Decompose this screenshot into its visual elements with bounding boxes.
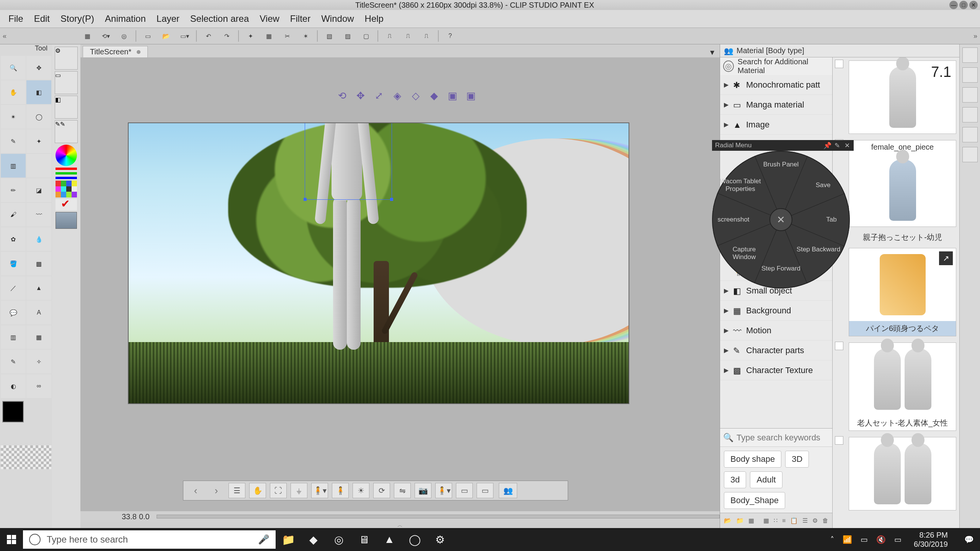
new-file-icon[interactable]: ▭: [139, 29, 156, 43]
canvas-viewport[interactable]: ⟲ ✥ ⤢ ◈ ◇ ◆ ▣ ▣: [80, 57, 720, 511]
radial-pin-icon[interactable]: 📌: [824, 142, 831, 149]
link-tool[interactable]: ∞: [26, 374, 51, 398]
dock-subview-icon[interactable]: [962, 67, 978, 83]
pose-rotate-x-icon[interactable]: ◈: [390, 88, 405, 103]
taskbar-app-settings[interactable]: ⚙: [427, 528, 452, 551]
tray-volume-icon[interactable]: 🔇: [876, 535, 886, 544]
obj-ground-icon[interactable]: ⏚: [291, 483, 307, 498]
obj-fit-icon[interactable]: ⛶: [270, 483, 287, 498]
radial-seg-capture-window[interactable]: Capture Window: [721, 246, 767, 261]
obj-camera-icon[interactable]: 📷: [415, 483, 431, 498]
start-button[interactable]: [0, 528, 23, 551]
material-panel-tab[interactable]: 👥 Material [Body type]: [720, 44, 959, 57]
minimize-button[interactable]: —: [949, 1, 958, 9]
search-additional-button[interactable]: ◎ Search for Additional Material: [720, 57, 832, 75]
action-center-icon[interactable]: 💬: [960, 531, 978, 548]
tree-item-motion[interactable]: ▶〰Motion: [720, 321, 832, 341]
grid-small-icon[interactable]: ∷: [774, 515, 777, 526]
microphone-icon[interactable]: 🎤: [258, 534, 270, 545]
trash-icon[interactable]: 🗑: [822, 515, 828, 526]
transform-icon[interactable]: ▨: [339, 29, 356, 43]
pose-move-icon[interactable]: ✥: [353, 88, 368, 103]
zoom-slider[interactable]: [157, 515, 720, 518]
taskbar-app-csp2[interactable]: ◎: [326, 528, 351, 551]
thumb-card-2[interactable]: female_one_piece: [849, 140, 956, 227]
obj-flip-icon[interactable]: ⇋: [394, 483, 411, 498]
obj-rotate-icon[interactable]: ⟳: [373, 483, 390, 498]
tile-toggle-icon[interactable]: ▦: [748, 515, 754, 526]
taskbar-app-explorer[interactable]: 📁: [276, 528, 301, 551]
obj-material1-icon[interactable]: ▭: [456, 483, 473, 498]
taskbar-app-monitor[interactable]: 🖥: [351, 528, 377, 551]
thumb-checkbox[interactable]: [835, 342, 843, 350]
pattern-tool[interactable]: ▦: [26, 325, 51, 349]
radial-seg-step-forward[interactable]: Step Forward: [758, 265, 804, 272]
menu-help[interactable]: Help: [359, 11, 389, 26]
close-button[interactable]: ✕: [969, 1, 978, 9]
snap-grid-icon[interactable]: ⎍: [418, 29, 435, 43]
properties-icon[interactable]: ☰: [802, 515, 808, 526]
airbrush-tool[interactable]: 〰: [26, 203, 51, 227]
crop-icon[interactable]: ▢: [358, 29, 374, 43]
subtool-brushes-icon[interactable]: ✎✎: [55, 120, 78, 143]
dust-tool[interactable]: ✧: [26, 350, 51, 373]
clip-studio-icon[interactable]: ▦: [79, 29, 96, 43]
menu-selection-area[interactable]: Selection area: [185, 11, 254, 26]
grid-large-icon[interactable]: ▦: [763, 515, 769, 526]
canvas[interactable]: [129, 123, 629, 403]
thumb-card-5[interactable]: 老人セット-老人素体_女性: [849, 342, 956, 431]
snap-perspective-icon[interactable]: ⎍: [400, 29, 416, 43]
redo-icon[interactable]: ↷: [218, 29, 235, 43]
radial-seg-screenshot[interactable]: screenshot: [710, 216, 756, 223]
dock-history-icon[interactable]: [962, 147, 978, 162]
foreground-color[interactable]: [2, 401, 24, 422]
lasso-tool[interactable]: ◯: [26, 105, 51, 129]
subtool-settings-icon[interactable]: ⚙: [55, 47, 78, 70]
tree-item-manga[interactable]: ▶▭Manga material: [720, 95, 832, 115]
thumb-card-6[interactable]: [849, 437, 956, 510]
taskbar-clock[interactable]: 8:26 PM 6/30/2019: [910, 530, 952, 549]
radial-close-center-icon[interactable]: ✕: [769, 208, 792, 231]
tree-item-image[interactable]: ▶▲Image: [720, 115, 832, 135]
taskbar-app-csp[interactable]: ◆: [301, 528, 326, 551]
hand-tool[interactable]: ✋: [1, 80, 26, 104]
radial-seg-tab[interactable]: Tab: [808, 216, 854, 223]
settings-gear-icon[interactable]: ⚙: [812, 515, 818, 526]
tag-body-shape[interactable]: Body shape: [724, 451, 781, 468]
menu-window[interactable]: Window: [316, 11, 359, 26]
menu-edit[interactable]: Edit: [29, 11, 55, 26]
clear-selection-icon[interactable]: ✦: [242, 29, 259, 43]
radial-menu[interactable]: ✕ Brush Panel Save Tab Step Backward Ste…: [712, 151, 850, 289]
taskbar-app-affinity[interactable]: ▲: [377, 528, 402, 551]
pose-cube2-icon[interactable]: ▣: [463, 88, 479, 103]
timeline-grip-icon[interactable]: ︿: [80, 522, 720, 528]
frame-tool[interactable]: ▥: [1, 325, 26, 349]
collapse-left-icon[interactable]: «: [0, 28, 9, 44]
menu-filter[interactable]: Filter: [285, 11, 316, 26]
tag-3d[interactable]: 3D: [785, 451, 809, 468]
tag-3d-lc[interactable]: 3d: [724, 471, 746, 488]
obj-next-icon[interactable]: ›: [208, 483, 225, 498]
taskbar-search[interactable]: Type here to search 🎤: [23, 530, 276, 549]
menu-animation[interactable]: Animation: [100, 11, 151, 26]
obj-material2-icon[interactable]: ▭: [477, 483, 493, 498]
radial-settings-icon[interactable]: ✎: [834, 142, 841, 149]
thumb-checkbox[interactable]: [835, 436, 843, 445]
tag-adult[interactable]: Adult: [750, 471, 782, 488]
color-palette-icon[interactable]: [56, 181, 77, 197]
pen-tool[interactable]: ✏: [1, 178, 26, 202]
subtool-cube-icon[interactable]: ◧: [55, 96, 78, 119]
radial-seg-step-backward[interactable]: Step Backward: [795, 246, 841, 253]
undo-icon[interactable]: ↶: [200, 29, 217, 43]
select-all-icon[interactable]: ▦: [260, 29, 277, 43]
obj-light-icon[interactable]: ☀: [353, 483, 369, 498]
pose-zoom-icon[interactable]: ⤢: [371, 88, 387, 103]
obj-body-icon[interactable]: 🧍: [332, 483, 349, 498]
tree-item-character-texture[interactable]: ▶▩Character Texture: [720, 360, 832, 380]
menu-story[interactable]: Story(P): [55, 11, 100, 26]
menu-view[interactable]: View: [254, 11, 285, 26]
help-icon[interactable]: ?: [442, 29, 459, 43]
color-wheel-icon[interactable]: [56, 145, 77, 166]
document-tab-titlescreen[interactable]: TitleScreen*: [83, 46, 148, 57]
open-file-icon[interactable]: 📂: [158, 29, 175, 43]
